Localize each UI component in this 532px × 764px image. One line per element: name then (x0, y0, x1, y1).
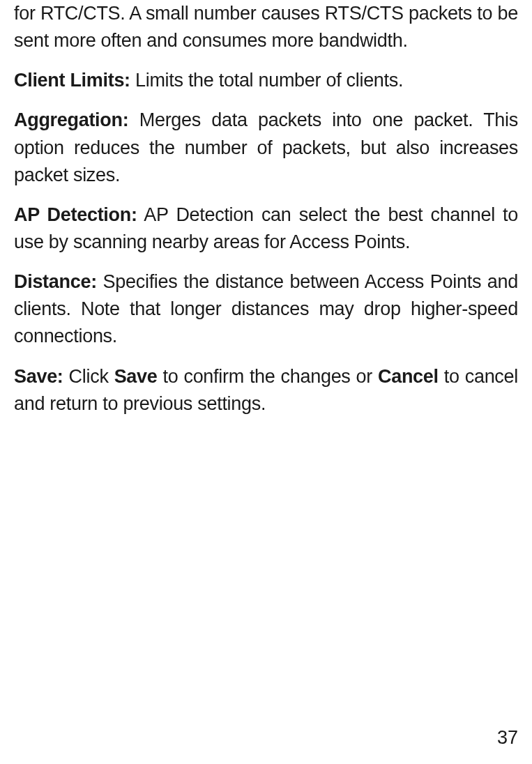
paragraph-aggregation: Aggregation: Merges data packets into on… (14, 107, 518, 188)
term-ap-detection: AP Detection: (14, 204, 137, 225)
paragraph-client-limits: Client Limits: Limits the total number o… (14, 67, 518, 94)
page-number: 37 (497, 727, 518, 749)
text: for RTC/CTS. A small number causes RTS/C… (14, 3, 518, 51)
bold-cancel: Cancel (378, 366, 439, 387)
text: to confirm the changes or (157, 366, 378, 387)
bold-save: Save (114, 366, 158, 387)
term-aggregation: Aggregation: (14, 109, 128, 130)
paragraph-rtc-cts: for RTC/CTS. A small number causes RTS/C… (14, 0, 518, 54)
term-client-limits: Client Limits: (14, 70, 130, 91)
term-save: Save: (14, 366, 63, 387)
paragraph-save: Save: Click Save to confirm the changes … (14, 363, 518, 418)
text: Click (63, 366, 114, 387)
paragraph-ap-detection: AP Detection: AP Detection can select th… (14, 201, 518, 256)
paragraph-distance: Distance: Specifies the distance between… (14, 268, 518, 350)
document-content: for RTC/CTS. A small number causes RTS/C… (14, 0, 518, 418)
text: Limits the total number of clients. (130, 70, 403, 91)
term-distance: Distance: (14, 271, 97, 292)
